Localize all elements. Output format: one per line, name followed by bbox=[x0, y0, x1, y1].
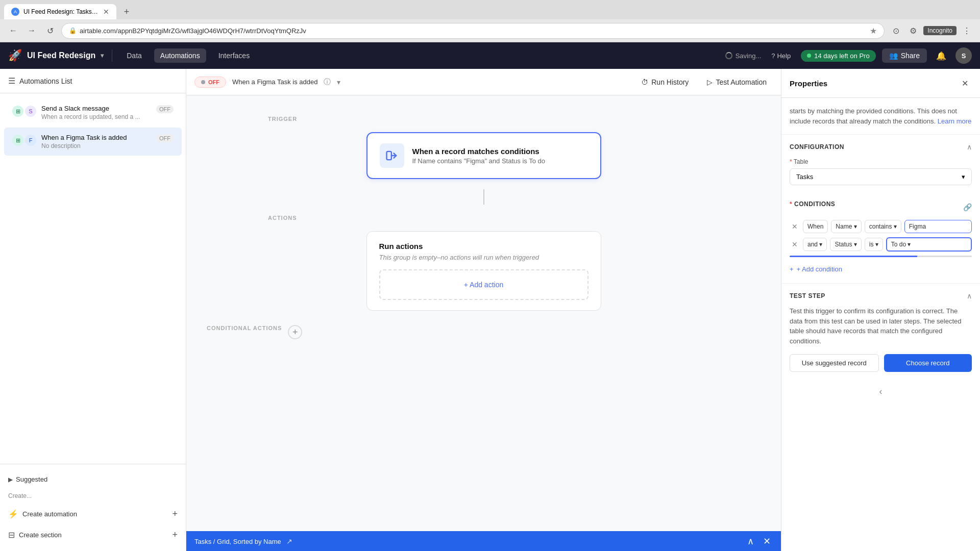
automation-item-1[interactable]: ⊞ F When a Figma Task is added No descri… bbox=[4, 128, 182, 156]
item-icons-0: ⊞ S bbox=[12, 105, 36, 117]
condition-value-1[interactable]: Figma bbox=[904, 220, 972, 233]
trigger-info-icon: ⓘ bbox=[324, 78, 331, 87]
nav-divider bbox=[112, 49, 112, 62]
conditions-section: * Conditions 🔗 ✕ When Name ▾ bbox=[781, 201, 980, 283]
panel-bottom-scroll-icon[interactable]: ‹ bbox=[879, 386, 883, 397]
help-button[interactable]: ? Help bbox=[767, 50, 795, 62]
right-panel: Properties ✕ starts by matching the prov… bbox=[781, 69, 980, 551]
create-label: Create... bbox=[0, 488, 186, 504]
condition-remove-2[interactable]: ✕ bbox=[790, 239, 800, 249]
condition-remove-1[interactable]: ✕ bbox=[790, 221, 800, 232]
conditions-label-text: Conditions bbox=[794, 201, 835, 208]
automations-list-header[interactable]: ☰ Automations List bbox=[0, 69, 186, 93]
bottom-bar-close-button[interactable]: ✕ bbox=[761, 534, 773, 549]
condition-field-2-text: Status bbox=[835, 241, 852, 248]
use-suggested-record-button[interactable]: Use suggested record bbox=[790, 354, 879, 372]
item-content-1: When a Figma Task is added No descriptio… bbox=[41, 134, 151, 149]
trigger-toggle-badge[interactable]: OFF bbox=[194, 77, 226, 88]
create-section-item[interactable]: ⊟ Create section + bbox=[0, 524, 186, 545]
test-step-expand-icon[interactable]: ∧ bbox=[967, 292, 972, 300]
content-area: ☰ Automations List ⊞ S Send a Slack mess… bbox=[0, 69, 980, 551]
create-section-plus-icon: + bbox=[172, 530, 178, 540]
suggest-item[interactable]: ▶ Suggested bbox=[0, 470, 186, 488]
condition-value-2[interactable]: To do ▾ bbox=[886, 237, 972, 252]
menu-button[interactable]: ⋮ bbox=[960, 23, 974, 38]
add-action-box[interactable]: + Add action bbox=[379, 269, 589, 300]
create-automation-label: Create automation bbox=[22, 510, 77, 518]
item-icon-table-0: ⊞ bbox=[12, 106, 23, 117]
trigger-card-title: When a record matches conditions bbox=[412, 147, 588, 156]
address-bar[interactable]: 🔒 airtable.com/appnB2PYqtdgiMrZG/wfl3ajg… bbox=[61, 23, 885, 39]
condition-field-2-chevron: ▾ bbox=[854, 241, 857, 248]
tab-title: UI Feed Redesign: Tasks - Airtabl... bbox=[23, 8, 99, 15]
condition-operator-1-chevron: ▾ bbox=[894, 223, 897, 230]
test-automation-icon: ▷ bbox=[707, 78, 713, 86]
condition-operator-1[interactable]: contains ▾ bbox=[865, 220, 901, 233]
app-logo[interactable]: 🚀 UI Feed Redesign ▾ bbox=[8, 49, 104, 62]
condition-connector-2[interactable]: and ▾ bbox=[803, 238, 827, 251]
browser-tabs: A UI Feed Redesign: Tasks - Airtabl... ✕… bbox=[0, 0, 980, 19]
condition-value-1-text: Figma bbox=[909, 223, 926, 230]
automation-item-0[interactable]: ⊞ S Send a Slack message When a record i… bbox=[4, 98, 182, 127]
condition-connector-1[interactable]: When bbox=[803, 220, 828, 233]
bottom-bar-link-icon[interactable]: ↗ bbox=[286, 537, 292, 545]
forward-button[interactable]: → bbox=[24, 23, 39, 38]
conditional-add-button[interactable]: + bbox=[288, 325, 302, 339]
test-step-actions: Use suggested record Choose record bbox=[790, 354, 972, 372]
create-automation-plus-icon: + bbox=[172, 509, 178, 519]
create-automation-item[interactable]: ⚡ Create automation + bbox=[0, 504, 186, 524]
user-avatar[interactable]: S bbox=[955, 47, 972, 64]
extensions-button[interactable]: ⚙ bbox=[906, 23, 920, 38]
trigger-card-subtitle: If Name contains "Figma" and Status is T… bbox=[412, 157, 588, 165]
canvas-toolbar: OFF When a Figma Task is added ⓘ ▾ ⏱ Run… bbox=[186, 69, 781, 95]
browser-tab-active[interactable]: A UI Feed Redesign: Tasks - Airtabl... ✕ bbox=[4, 4, 116, 19]
top-nav: 🚀 UI Feed Redesign ▾ Data Automations In… bbox=[0, 42, 980, 69]
share-button[interactable]: 👥 Share bbox=[882, 48, 927, 63]
item-toggle-0[interactable]: OFF bbox=[156, 105, 174, 113]
help-icon: ? bbox=[771, 52, 775, 60]
item-toggle-1[interactable]: OFF bbox=[156, 134, 174, 142]
condition-field-1[interactable]: Name ▾ bbox=[831, 220, 861, 233]
learn-more-link[interactable]: Learn more bbox=[938, 117, 971, 125]
svg-rect-0 bbox=[386, 152, 391, 160]
panel-close-button[interactable]: ✕ bbox=[958, 76, 972, 90]
item-title-1: When a Figma Task is added bbox=[41, 134, 151, 141]
panel-title: Properties bbox=[790, 79, 827, 88]
condition-value-2-text: To do bbox=[891, 241, 906, 248]
nav-item-data[interactable]: Data bbox=[120, 48, 148, 63]
create-section-icon: ⊟ bbox=[8, 530, 15, 540]
reload-button[interactable]: ↺ bbox=[43, 23, 57, 38]
bottom-bar-collapse-button[interactable]: ∧ bbox=[745, 534, 756, 549]
cast-button[interactable]: ⊙ bbox=[889, 23, 903, 38]
item-content-0: Send a Slack message When a record is up… bbox=[41, 105, 151, 120]
condition-value-2-chevron: ▾ bbox=[908, 241, 911, 248]
config-expand-icon[interactable]: ∧ bbox=[967, 143, 972, 151]
notifications-button[interactable]: 🔔 bbox=[933, 47, 949, 64]
table-field-group: * Table Tasks ▾ bbox=[790, 158, 972, 185]
trigger-card-content: When a record matches conditions If Name… bbox=[412, 147, 588, 165]
add-condition-label: + Add condition bbox=[797, 265, 842, 273]
condition-operator-1-text: contains bbox=[869, 223, 892, 230]
test-automation-button[interactable]: ▷ Test Automation bbox=[701, 75, 773, 89]
app-name: UI Feed Redesign bbox=[27, 51, 95, 60]
item-title-0: Send a Slack message bbox=[41, 105, 151, 112]
automations-list-title: Automations List bbox=[19, 77, 72, 85]
condition-operator-2-chevron: ▾ bbox=[875, 241, 878, 248]
back-button[interactable]: ← bbox=[6, 23, 20, 38]
configuration-title: CONFIGURATION bbox=[790, 143, 844, 151]
test-automation-label: Test Automation bbox=[716, 78, 767, 86]
condition-operator-2[interactable]: is ▾ bbox=[865, 238, 883, 251]
table-select[interactable]: Tasks ▾ bbox=[790, 168, 972, 185]
nav-item-automations[interactable]: Automations bbox=[154, 48, 206, 63]
add-condition-button[interactable]: + + Add condition bbox=[790, 263, 972, 275]
trigger-card[interactable]: When a record matches conditions If Name… bbox=[366, 132, 601, 179]
tab-close-button[interactable]: ✕ bbox=[103, 8, 109, 16]
trigger-dot bbox=[201, 80, 205, 84]
nav-item-interfaces[interactable]: Interfaces bbox=[212, 48, 256, 63]
run-history-button[interactable]: ⏱ Run History bbox=[635, 75, 695, 89]
choose-record-button[interactable]: Choose record bbox=[884, 354, 972, 372]
new-tab-button[interactable]: + bbox=[119, 5, 134, 19]
condition-field-2[interactable]: Status ▾ bbox=[830, 238, 861, 251]
conditions-title: * Conditions bbox=[790, 201, 835, 208]
automation-title: When a Figma Task is added bbox=[232, 78, 317, 86]
